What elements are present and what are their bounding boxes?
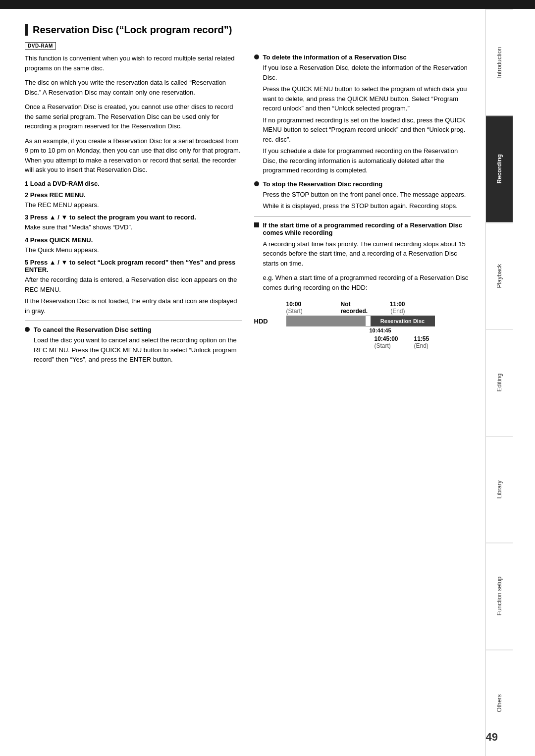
step5-sub2: If the Reservation Disc is not loaded, t… <box>25 296 242 316</box>
step5-label: 5 Press ▲ / ▼ to select “Lock program re… <box>25 259 242 273</box>
timeline-time-start: 10:00 <box>286 301 336 308</box>
two-columns-layout: This function is convenient when you wis… <box>25 54 471 370</box>
res-end-time: 11:55 <box>414 335 429 342</box>
timeline-diagram: 10:00 (Start) Not recorded. 11:00 (End) <box>254 298 471 352</box>
cancel-bullet-text: Load the disc you want to cancel and sel… <box>34 335 242 365</box>
step3: 3 Press ▲ / ▼ to select the program you … <box>25 214 242 232</box>
step1: 1 Load a DVD-RAM disc. <box>25 180 242 187</box>
hdd-bar <box>286 316 366 326</box>
res-end-label: (End) <box>414 342 429 349</box>
step4: 4 Press QUICK MENU. The Quick Menu appea… <box>25 236 242 255</box>
step2-label: 2 Press REC MENU. <box>25 191 242 199</box>
step2-sub: The REC MENU appears. <box>25 200 242 210</box>
sidebar-editing: Editing <box>486 329 513 435</box>
step3-sub: Make sure that “Media” shows “DVD”. <box>25 222 242 232</box>
delete-p3: If no programmed recording is set on the… <box>263 115 471 145</box>
bullet-circle-icon <box>25 327 30 332</box>
page-title-section: Reservation Disc (“Lock program record”) <box>25 24 471 36</box>
dvd-ram-badge: DVD-RAM <box>25 42 56 50</box>
delete-bullet-text-block: If you lose a Reservation Disc, delete t… <box>263 63 471 175</box>
stop-p1: Press the STOP button on the front panel… <box>263 190 471 200</box>
stop-bullet-title-text: To stop the Reservation Disc recording <box>263 180 383 188</box>
cancel-bullet-title: To cancel the Reservation Disc setting <box>25 326 242 333</box>
right-column: To delete the information of a Reservati… <box>254 54 471 370</box>
stop-bullet-title: To stop the Reservation Disc recording <box>254 180 471 188</box>
right-sidebar: Introduction Recording Playback Editing … <box>485 9 513 756</box>
square-p1: A recording start time has priority. The… <box>263 239 471 269</box>
cancel-bullet-p: Load the disc you want to cancel and sel… <box>34 335 242 365</box>
square-section: If the start time of a programmed record… <box>254 221 471 293</box>
step1-label: 1 Load a DVD-RAM disc. <box>25 180 242 187</box>
step4-label: 4 Press QUICK MENU. <box>25 236 242 244</box>
timeline-time-end: 11:00 <box>375 301 405 308</box>
stop-bullet-text-block: Press the STOP button on the front panel… <box>263 190 471 211</box>
divider <box>25 321 242 321</box>
top-bar <box>0 0 535 9</box>
sidebar-introduction: Introduction <box>486 9 513 115</box>
step2: 2 Press REC MENU. The REC MENU appears. <box>25 191 242 210</box>
divider-right <box>254 216 471 216</box>
delete-p4: If you schedule a date for programmed re… <box>263 146 471 175</box>
page-number: 49 <box>486 731 498 744</box>
res-disc-bar: Reservation Disc <box>371 316 435 326</box>
cancel-bullet-section: To cancel the Reservation Disc setting L… <box>25 326 242 365</box>
left-content: Reservation Disc (“Lock program record”)… <box>0 9 485 756</box>
hdd-label: HDD <box>254 318 286 325</box>
stop-bullet-circle-icon <box>254 181 259 186</box>
title-bar-accent <box>25 24 28 36</box>
stop-p2: While it is displayed, press the STOP bu… <box>263 201 471 211</box>
break-time: 10:44:45 <box>370 327 391 333</box>
stop-bullet-section: To stop the Reservation Disc recording P… <box>254 180 471 211</box>
timeline-start-label: (Start) <box>286 308 336 315</box>
intro-p4: As an example, if you create a Reservati… <box>25 136 242 175</box>
left-column: This function is convenient when you wis… <box>25 54 242 370</box>
cancel-bullet-title-text: To cancel the Reservation Disc setting <box>34 326 151 333</box>
res-start-time: 10:45:00 <box>374 335 414 342</box>
hdd-break <box>366 316 371 326</box>
square-text-block: A recording start time has priority. The… <box>263 239 471 293</box>
square-p2: e.g. When a start time of a programmed r… <box>263 273 471 292</box>
delete-bullet-title: To delete the information of a Reservati… <box>254 54 471 61</box>
res-start-label: (Start) <box>374 342 414 349</box>
intro-p3: Once a Reservation Disc is created, you … <box>25 102 242 131</box>
sidebar-recording[interactable]: Recording <box>486 115 513 222</box>
square-title-text: If the start time of a programmed record… <box>263 221 471 236</box>
page-title: Reservation Disc (“Lock program record”) <box>33 24 232 36</box>
delete-bullet-title-text: To delete the information of a Reservati… <box>263 54 407 61</box>
sidebar-library: Library <box>486 436 513 542</box>
delete-p1: If you lose a Reservation Disc, delete t… <box>263 63 471 82</box>
main-content: Reservation Disc (“Lock program record”)… <box>0 9 535 756</box>
timeline-not-recorded: Not recorded. <box>341 301 375 315</box>
step5: 5 Press ▲ / ▼ to select “Lock program re… <box>25 259 242 316</box>
delete-bullet-circle-icon <box>254 54 259 59</box>
step4-sub: The Quick Menu appears. <box>25 245 242 255</box>
delete-bullet-section: To delete the information of a Reservati… <box>254 54 471 175</box>
step5-sub1: After the recording data is entered, a R… <box>25 275 242 294</box>
step3-label: 3 Press ▲ / ▼ to select the program you … <box>25 214 242 221</box>
sidebar-playback: Playback <box>486 222 513 329</box>
intro-p2: The disc on which you write the reservat… <box>25 78 242 97</box>
timeline-end-label: (End) <box>375 308 405 315</box>
sidebar-function-setup: Function setup <box>486 542 513 649</box>
delete-p2: Press the QUICK MENU button to select th… <box>263 84 471 113</box>
intro-p1: This function is convenient when you wis… <box>25 54 242 73</box>
square-section-title: If the start time of a programmed record… <box>254 221 471 236</box>
square-icon <box>254 222 259 227</box>
